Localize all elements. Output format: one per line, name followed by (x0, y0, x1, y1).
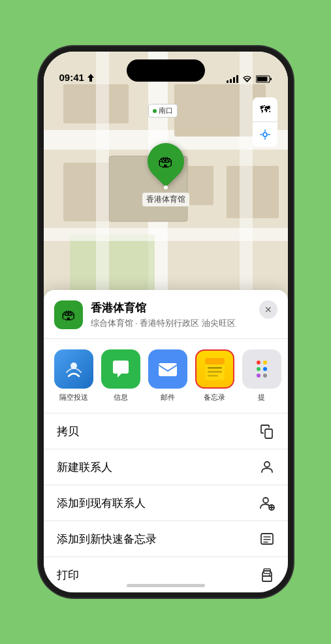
venue-icon: 🏟 (54, 300, 83, 329)
airdrop-label: 隔空投送 (59, 393, 88, 402)
print-icon (259, 567, 275, 583)
svg-point-16 (263, 133, 267, 137)
memo-icon (259, 531, 275, 547)
svg-rect-1 (270, 78, 272, 80)
location-pin: 🏟 香港体育馆 (142, 143, 189, 206)
venue-name: 香港体育馆 (91, 300, 259, 315)
venue-header: 🏟 香港体育馆 综合体育馆 · 香港特别行政区 油尖旺区 ✕ (44, 300, 288, 339)
action-add-memo[interactable]: 添加到新快速备忘录 (44, 521, 288, 557)
map-controls: 🗺 (253, 97, 277, 147)
svg-rect-23 (208, 375, 218, 377)
svg-rect-34 (262, 576, 272, 581)
svg-rect-22 (208, 371, 222, 373)
home-indicator (127, 584, 205, 587)
share-row: 隔空投送 信息 邮件 (44, 339, 288, 413)
svg-rect-24 (265, 429, 272, 438)
copy-icon (259, 423, 275, 439)
mail-label: 邮件 (161, 393, 175, 402)
action-print-label: 打印 (57, 568, 79, 583)
more-icon (242, 349, 281, 389)
map-type-button[interactable]: 🗺 (253, 97, 277, 122)
notes-icon (195, 349, 234, 389)
notes-label: 备忘录 (204, 393, 225, 402)
battery-icon (256, 75, 272, 83)
signal-icon (227, 75, 238, 83)
share-item-more[interactable]: 提 (242, 349, 281, 402)
dynamic-island (127, 59, 205, 82)
messages-label: 信息 (114, 393, 128, 402)
share-item-airdrop[interactable]: 隔空投送 (54, 349, 93, 402)
share-item-messages[interactable]: 信息 (101, 349, 140, 402)
phone-frame: 09:41 (39, 46, 293, 598)
action-new-contact[interactable]: 新建联系人 (44, 449, 288, 485)
messages-icon (101, 349, 140, 389)
status-icons (227, 75, 272, 83)
map-area: 南口 🗺 🏟 香港体育馆 (44, 52, 288, 326)
close-button[interactable]: ✕ (259, 300, 277, 319)
svg-point-26 (263, 498, 268, 503)
action-new-contact-label: 新建联系人 (57, 460, 112, 475)
more-label: 提 (258, 393, 265, 402)
add-contact-icon (259, 495, 275, 511)
action-copy[interactable]: 拷贝 (44, 413, 288, 449)
action-add-memo-label: 添加到新快速备忘录 (57, 532, 157, 547)
svg-rect-21 (208, 367, 222, 369)
location-button[interactable] (253, 122, 277, 147)
mail-icon (148, 349, 187, 389)
new-contact-icon (259, 459, 275, 475)
action-list: 拷贝 新建联系人 添加到现有联系人 (44, 413, 288, 592)
venue-subtitle: 综合体育馆 · 香港特别行政区 油尖旺区 (91, 317, 259, 329)
svg-rect-2 (257, 77, 267, 82)
action-add-existing-label: 添加到现有联系人 (57, 496, 146, 511)
airdrop-icon (54, 349, 93, 389)
share-item-notes[interactable]: 备忘录 (195, 349, 234, 402)
wifi-icon (242, 75, 252, 83)
status-time: 09:41 (59, 72, 94, 83)
map-location-label: 南口 (148, 104, 178, 118)
svg-point-36 (269, 574, 270, 575)
share-item-mail[interactable]: 邮件 (148, 349, 187, 402)
action-copy-label: 拷贝 (57, 424, 79, 439)
svg-rect-20 (205, 358, 225, 364)
svg-rect-18 (159, 363, 177, 376)
svg-point-25 (264, 462, 270, 467)
bottom-sheet: 🏟 香港体育馆 综合体育馆 · 香港特别行政区 油尖旺区 ✕ 隔空投送 (44, 290, 288, 592)
svg-rect-14 (96, 52, 109, 326)
svg-rect-15 (240, 52, 253, 326)
venue-info: 香港体育馆 综合体育馆 · 香港特别行政区 油尖旺区 (91, 300, 259, 329)
pin-label: 香港体育馆 (142, 193, 189, 206)
action-add-existing[interactable]: 添加到现有联系人 (44, 485, 288, 521)
